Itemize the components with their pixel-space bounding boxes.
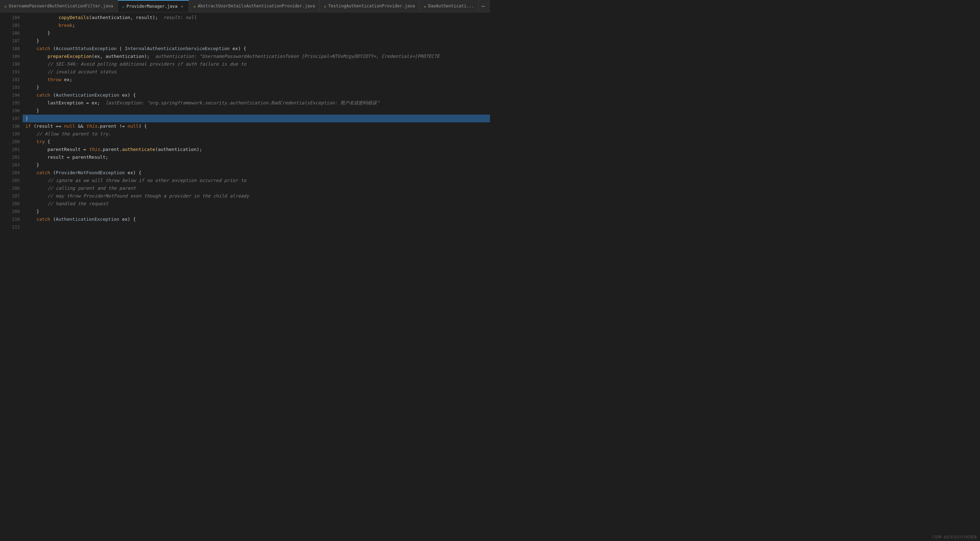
java-icon-2: ☕ (122, 4, 124, 9)
java-icon-3: ☕ (193, 4, 196, 8)
reader-mode-area: Reader Mode ✓ (488, 1, 490, 11)
tab-overflow-button[interactable]: ⋯ (479, 3, 488, 10)
tab-file1[interactable]: ☕ UsernamePasswordAuthenticationFilter.j… (0, 0, 118, 12)
code-line-210: catch (AuthenticationException ex) { (22, 215, 490, 223)
code-line-193: } (22, 84, 490, 91)
code-line-198: if (result == null && this.parent != nul… (22, 123, 490, 130)
code-line-204: catch (ProviderNotFoundException ex) { (22, 169, 490, 177)
tab-file3[interactable]: ☕ AbstractUserDetailsAuthenticationProvi… (189, 0, 320, 12)
gutter-decoration (0, 12, 5, 270)
code-line-186: } (22, 29, 490, 37)
code-editor: 184 185 186 187 188 189 190 191 192 193 … (0, 12, 490, 270)
code-line-197: } (22, 115, 490, 123)
code-text[interactable]: copyDetails(authentication, result); res… (22, 12, 490, 270)
code-line-184: copyDetails(authentication, result); res… (22, 14, 490, 22)
java-icon-1: ☕ (4, 4, 7, 8)
code-line-202: result = parentResult; (22, 153, 490, 161)
line-numbers: 184 185 186 187 188 189 190 191 192 193 … (5, 12, 22, 270)
code-line-191: // invalid account status (22, 68, 490, 76)
tab-file5[interactable]: ☕ DaoAuthenticati... (420, 0, 479, 12)
tab-label-5: DaoAuthenticati... (428, 3, 474, 8)
code-line-192: throw ex; (22, 76, 490, 84)
tab-bar: ☕ UsernamePasswordAuthenticationFilter.j… (0, 0, 490, 12)
code-line-189: prepareException(ex, authentication); au… (22, 53, 490, 60)
tab-label-1: UsernamePasswordAuthenticationFilter.jav… (9, 3, 113, 8)
java-icon-4: ☕ (324, 4, 326, 8)
tab-label-2: ProviderManager.java (126, 4, 177, 9)
code-line-196: } (22, 107, 490, 115)
code-line-211 (22, 223, 490, 231)
code-line-187: } (22, 37, 490, 45)
code-line-208: // handled the request (22, 200, 490, 208)
code-line-190: // SEC-546: Avoid polling additional pro… (22, 60, 490, 68)
code-line-199: // Allow the parent to try. (22, 130, 490, 138)
code-line-209: } (22, 208, 490, 215)
code-line-185: break; (22, 22, 490, 29)
code-line-203: } (22, 161, 490, 169)
code-line-188: catch (AccountStatusException | Internal… (22, 45, 490, 53)
code-line-200: try { (22, 138, 490, 146)
code-line-195: lastException = ex; lastException: "org.… (22, 99, 490, 107)
java-icon-5: ☕ (424, 4, 426, 8)
tab-file4[interactable]: ☕ TestingAuthenticationProvider.java (320, 0, 420, 12)
tab-file2[interactable]: ☕ ProviderManager.java × (118, 0, 189, 12)
tab-label-3: AbstractUserDetailsAuthenticationProvide… (198, 3, 315, 8)
tab-label-4: TestingAuthenticationProvider.java (328, 3, 415, 8)
code-line-194: catch (AuthenticationException ex) { (22, 91, 490, 99)
code-line-206: // calling parent and the parent (22, 185, 490, 192)
code-line-207: // may throw ProviderNotFound even thoug… (22, 192, 490, 200)
code-line-205: // ignore as we will throw below if no o… (22, 177, 490, 185)
code-line-201: parentResult = this.parent.authenticate(… (22, 146, 490, 153)
close-tab-2[interactable]: × (180, 4, 185, 9)
